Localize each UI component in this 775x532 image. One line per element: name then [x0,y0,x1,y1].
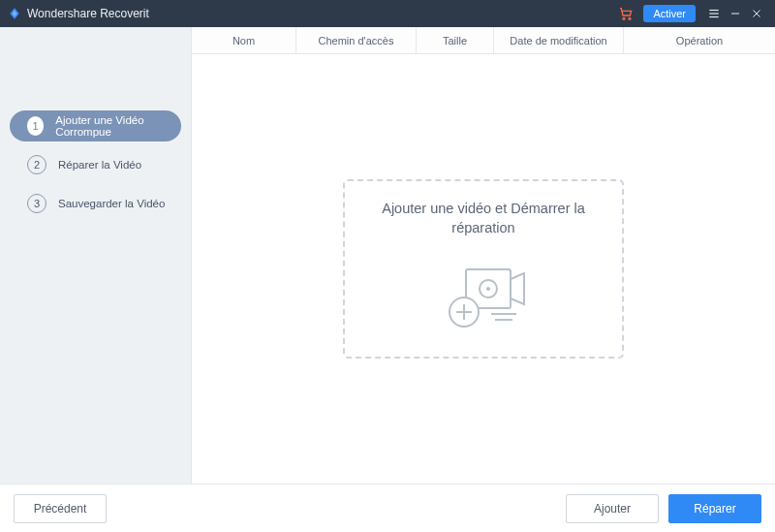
step-label: Sauvegarder la Vidéo [58,198,165,209]
column-path[interactable]: Chemin d'accès [296,27,417,53]
cart-icon[interactable] [618,6,634,21]
content-area: 1 Ajouter une Vidéo Corrompue 2 Réparer … [0,27,775,484]
svg-point-1 [629,17,631,19]
footer: Précédent Ajouter Réparer [0,484,775,532]
repair-button[interactable]: Réparer [668,494,761,523]
dropzone-text: Ajouter une vidéo et Démarrer la réparat… [345,199,622,238]
camera-icon [435,252,532,343]
table-header: Nom Chemin d'accès Taille Date de modifi… [192,27,775,54]
main-panel: Nom Chemin d'accès Taille Date de modifi… [192,27,775,484]
add-video-dropzone[interactable]: Ajouter une vidéo et Démarrer la réparat… [343,179,624,359]
title-bar: Wondershare Recoverit Activer [0,0,775,27]
svg-point-0 [623,17,625,19]
step-save-video[interactable]: 3 Sauvegarder la Vidéo [10,188,181,219]
previous-button[interactable]: Précédent [14,494,107,523]
sidebar: 1 Ajouter une Vidéo Corrompue 2 Réparer … [0,27,192,484]
step-repair-video[interactable]: 2 Réparer la Vidéo [10,149,181,180]
column-operation[interactable]: Opération [624,27,775,53]
svg-marker-9 [511,273,524,304]
minimize-icon[interactable] [725,3,746,24]
step-label: Réparer la Vidéo [58,159,141,171]
step-add-video[interactable]: 1 Ajouter une Vidéo Corrompue [10,110,181,141]
add-button[interactable]: Ajouter [566,494,659,523]
column-date[interactable]: Date de modification [494,27,624,53]
column-size[interactable]: Taille [417,27,494,53]
step-number: 3 [27,194,46,213]
activate-button[interactable]: Activer [643,5,696,22]
step-number: 1 [27,116,44,136]
svg-point-11 [486,287,490,291]
app-logo-icon [8,7,21,20]
drop-area: Ajouter une vidéo et Démarrer la réparat… [192,54,775,484]
menu-icon[interactable] [703,3,725,24]
close-icon[interactable] [746,3,767,24]
column-name[interactable]: Nom [192,27,296,53]
step-label: Ajouter une Vidéo Corrompue [55,114,181,138]
step-number: 2 [27,155,46,174]
app-title: Wondershare Recoverit [27,7,149,20]
